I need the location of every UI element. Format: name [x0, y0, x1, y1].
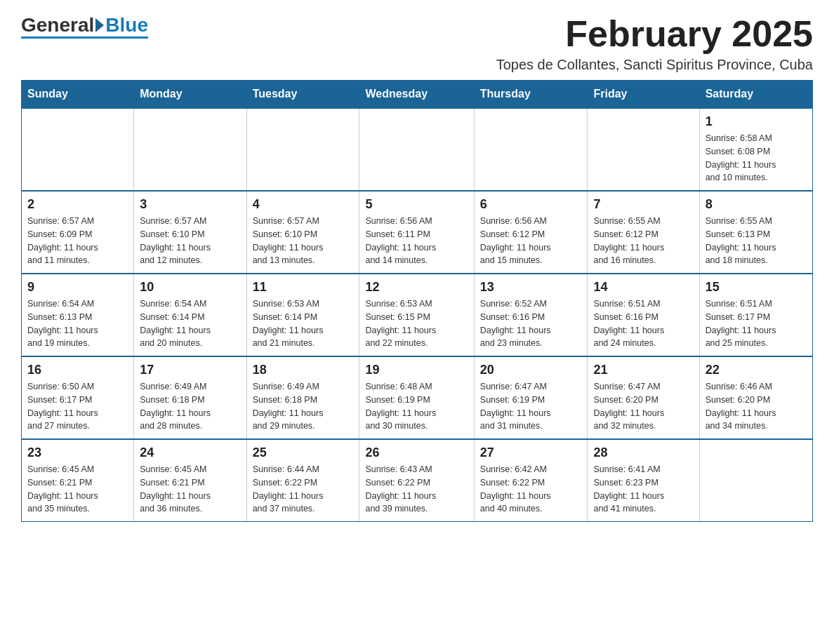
calendar-week-row: 9Sunrise: 6:54 AM Sunset: 6:13 PM Daylig… [22, 274, 813, 356]
calendar-cell: 19Sunrise: 6:48 AM Sunset: 6:19 PM Dayli… [359, 356, 474, 439]
calendar-cell: 28Sunrise: 6:41 AM Sunset: 6:23 PM Dayli… [588, 439, 699, 522]
calendar-cell: 26Sunrise: 6:43 AM Sunset: 6:22 PM Dayli… [359, 439, 474, 522]
day-number: 3 [140, 197, 240, 212]
calendar-cell: 4Sunrise: 6:57 AM Sunset: 6:10 PM Daylig… [246, 191, 359, 274]
calendar-cell: 9Sunrise: 6:54 AM Sunset: 6:13 PM Daylig… [22, 274, 134, 356]
day-info: Sunrise: 6:51 AM Sunset: 6:17 PM Dayligh… [706, 299, 776, 348]
calendar-cell: 3Sunrise: 6:57 AM Sunset: 6:10 PM Daylig… [134, 191, 246, 274]
day-info: Sunrise: 6:52 AM Sunset: 6:16 PM Dayligh… [480, 299, 551, 348]
calendar-cell: 1Sunrise: 6:58 AM Sunset: 6:08 PM Daylig… [699, 108, 812, 191]
day-info: Sunrise: 6:45 AM Sunset: 6:21 PM Dayligh… [140, 464, 211, 514]
day-number: 27 [480, 445, 582, 460]
calendar-cell: 11Sunrise: 6:53 AM Sunset: 6:14 PM Dayli… [246, 274, 359, 356]
calendar-cell: 18Sunrise: 6:49 AM Sunset: 6:18 PM Dayli… [246, 356, 359, 439]
header-monday: Monday [134, 81, 246, 109]
day-info: Sunrise: 6:46 AM Sunset: 6:20 PM Dayligh… [706, 382, 776, 431]
day-info: Sunrise: 6:53 AM Sunset: 6:15 PM Dayligh… [365, 299, 436, 348]
day-number: 18 [253, 363, 354, 377]
day-info: Sunrise: 6:50 AM Sunset: 6:17 PM Dayligh… [27, 382, 98, 431]
day-info: Sunrise: 6:55 AM Sunset: 6:13 PM Dayligh… [706, 216, 776, 265]
calendar-table: Sunday Monday Tuesday Wednesday Thursday… [21, 80, 813, 522]
calendar-cell: 21Sunrise: 6:47 AM Sunset: 6:20 PM Dayli… [588, 356, 699, 439]
calendar-cell: 27Sunrise: 6:42 AM Sunset: 6:22 PM Dayli… [474, 439, 588, 522]
day-info: Sunrise: 6:44 AM Sunset: 6:22 PM Dayligh… [253, 464, 324, 514]
page-header: General Blue February 2025 Topes de Coll… [21, 14, 813, 73]
day-number: 6 [480, 197, 582, 212]
calendar-cell [246, 108, 359, 191]
day-info: Sunrise: 6:55 AM Sunset: 6:12 PM Dayligh… [593, 216, 664, 265]
calendar-cell: 8Sunrise: 6:55 AM Sunset: 6:13 PM Daylig… [699, 191, 812, 274]
day-number: 26 [365, 445, 468, 460]
calendar-cell [22, 108, 134, 191]
day-number: 20 [480, 363, 582, 377]
logo-blue: Blue [105, 14, 148, 36]
calendar-week-row: 2Sunrise: 6:57 AM Sunset: 6:09 PM Daylig… [22, 191, 813, 274]
day-number: 17 [140, 363, 240, 377]
calendar-cell [588, 108, 699, 191]
calendar-cell: 24Sunrise: 6:45 AM Sunset: 6:21 PM Dayli… [134, 439, 246, 522]
day-number: 7 [593, 197, 693, 212]
day-number: 10 [140, 280, 240, 295]
day-number: 24 [140, 445, 240, 460]
header-sunday: Sunday [22, 81, 134, 109]
day-info: Sunrise: 6:48 AM Sunset: 6:19 PM Dayligh… [365, 382, 436, 431]
calendar-cell: 6Sunrise: 6:56 AM Sunset: 6:12 PM Daylig… [474, 191, 588, 274]
month-title: February 2025 [496, 14, 813, 54]
day-number: 22 [706, 363, 807, 377]
logo-underline [21, 36, 148, 39]
day-number: 21 [593, 363, 693, 377]
header-saturday: Saturday [699, 81, 812, 109]
day-info: Sunrise: 6:54 AM Sunset: 6:14 PM Dayligh… [140, 299, 211, 348]
day-info: Sunrise: 6:49 AM Sunset: 6:18 PM Dayligh… [253, 382, 324, 431]
day-info: Sunrise: 6:57 AM Sunset: 6:10 PM Dayligh… [253, 216, 324, 265]
header-friday: Friday [588, 81, 699, 109]
calendar-cell: 17Sunrise: 6:49 AM Sunset: 6:18 PM Dayli… [134, 356, 246, 439]
location-subtitle: Topes de Collantes, Sancti Spiritus Prov… [496, 57, 813, 73]
day-number: 9 [27, 280, 128, 295]
logo: General Blue [21, 14, 148, 39]
day-info: Sunrise: 6:56 AM Sunset: 6:12 PM Dayligh… [480, 216, 551, 265]
day-info: Sunrise: 6:42 AM Sunset: 6:22 PM Dayligh… [480, 464, 551, 514]
calendar-cell: 5Sunrise: 6:56 AM Sunset: 6:11 PM Daylig… [359, 191, 474, 274]
day-info: Sunrise: 6:47 AM Sunset: 6:20 PM Dayligh… [593, 382, 664, 431]
calendar-header: Sunday Monday Tuesday Wednesday Thursday… [22, 81, 813, 109]
title-section: February 2025 Topes de Collantes, Sancti… [496, 14, 813, 73]
day-number: 16 [27, 363, 128, 377]
calendar-cell: 25Sunrise: 6:44 AM Sunset: 6:22 PM Dayli… [246, 439, 359, 522]
day-info: Sunrise: 6:58 AM Sunset: 6:08 PM Dayligh… [706, 133, 776, 182]
header-tuesday: Tuesday [246, 81, 359, 109]
weekday-header-row: Sunday Monday Tuesday Wednesday Thursday… [22, 81, 813, 109]
calendar-cell [359, 108, 474, 191]
calendar-cell: 13Sunrise: 6:52 AM Sunset: 6:16 PM Dayli… [474, 274, 588, 356]
calendar-cell [474, 108, 588, 191]
calendar-cell: 7Sunrise: 6:55 AM Sunset: 6:12 PM Daylig… [588, 191, 699, 274]
day-number: 13 [480, 280, 582, 295]
calendar-cell [134, 108, 246, 191]
logo-arrow-icon [95, 18, 104, 32]
logo-general: General [21, 14, 94, 36]
day-info: Sunrise: 6:47 AM Sunset: 6:19 PM Dayligh… [480, 382, 551, 431]
day-info: Sunrise: 6:57 AM Sunset: 6:09 PM Dayligh… [27, 216, 98, 265]
day-number: 2 [27, 197, 128, 212]
day-number: 19 [365, 363, 468, 377]
calendar-cell: 10Sunrise: 6:54 AM Sunset: 6:14 PM Dayli… [134, 274, 246, 356]
day-number: 5 [365, 197, 468, 212]
day-number: 11 [253, 280, 354, 295]
day-info: Sunrise: 6:57 AM Sunset: 6:10 PM Dayligh… [140, 216, 211, 265]
header-thursday: Thursday [474, 81, 588, 109]
calendar-week-row: 23Sunrise: 6:45 AM Sunset: 6:21 PM Dayli… [22, 439, 813, 522]
day-info: Sunrise: 6:54 AM Sunset: 6:13 PM Dayligh… [27, 299, 98, 348]
day-number: 12 [365, 280, 468, 295]
day-number: 25 [253, 445, 354, 460]
day-info: Sunrise: 6:51 AM Sunset: 6:16 PM Dayligh… [593, 299, 664, 348]
calendar-cell: 20Sunrise: 6:47 AM Sunset: 6:19 PM Dayli… [474, 356, 588, 439]
day-number: 14 [593, 280, 693, 295]
day-info: Sunrise: 6:43 AM Sunset: 6:22 PM Dayligh… [365, 464, 436, 514]
day-info: Sunrise: 6:41 AM Sunset: 6:23 PM Dayligh… [593, 464, 664, 514]
day-info: Sunrise: 6:53 AM Sunset: 6:14 PM Dayligh… [253, 299, 324, 348]
day-info: Sunrise: 6:45 AM Sunset: 6:21 PM Dayligh… [27, 464, 98, 514]
day-number: 1 [706, 114, 807, 129]
calendar-body: 1Sunrise: 6:58 AM Sunset: 6:08 PM Daylig… [22, 108, 813, 522]
day-info: Sunrise: 6:56 AM Sunset: 6:11 PM Dayligh… [365, 216, 436, 265]
day-number: 15 [706, 280, 807, 295]
